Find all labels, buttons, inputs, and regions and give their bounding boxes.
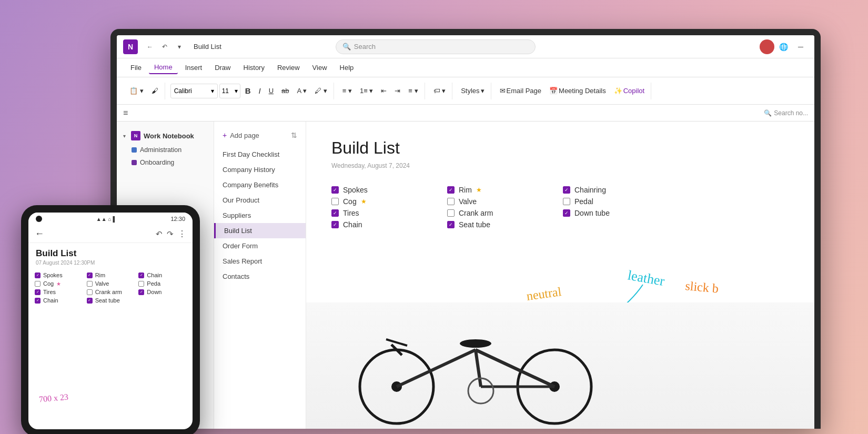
page-sales-report[interactable]: Sales Report: [214, 254, 306, 269]
page-suppliers[interactable]: Suppliers: [214, 208, 306, 223]
mobile-checkbox-rim[interactable]: ✓: [87, 272, 93, 278]
strikethrough-button[interactable]: ab: [278, 83, 292, 99]
sort-pages-icon[interactable]: ⇅: [291, 131, 297, 139]
mobile-more-button[interactable]: ⋮: [178, 229, 186, 239]
mobile-back-button[interactable]: ←: [35, 228, 44, 239]
page-build-list[interactable]: Build List: [214, 223, 306, 238]
down-tube: [476, 350, 554, 387]
paragraph-group: ≡ ▾ 1≡ ▾ ⇤ ⇥ ≡ ▾: [336, 83, 425, 99]
pages-panel: + Add page ⇅ First Day Checklist Company…: [214, 122, 306, 429]
globe-button[interactable]: 🌐: [776, 41, 791, 53]
meeting-details-button[interactable]: 📅 Meeting Details: [546, 83, 609, 99]
nav-toggle-button[interactable]: ≡: [123, 108, 128, 118]
checkbox-chain[interactable]: ✓: [331, 221, 339, 228]
mobile-col3: ✓ Chain Peda ✓ Down: [138, 271, 186, 305]
italic-button[interactable]: I: [255, 83, 264, 99]
clipboard-button[interactable]: 📋 ▾: [126, 83, 147, 99]
onboard-section-dot: [132, 160, 137, 165]
dropdown-button[interactable]: ▾: [174, 41, 185, 53]
mobile-label-crankarm: Crank arm: [95, 289, 122, 295]
item-pedal: Pedal: [563, 196, 668, 207]
format-painter-button[interactable]: 🖌: [148, 83, 162, 99]
mobile-label-chain: Chain: [43, 297, 58, 304]
mobile-checkbox-spokes[interactable]: ✓: [35, 272, 41, 278]
label-pedal: Pedal: [574, 197, 593, 206]
menu-history[interactable]: History: [238, 62, 270, 74]
highlight-button[interactable]: 🖊 ▾: [311, 83, 330, 99]
mobile-checkbox-cog[interactable]: [35, 281, 41, 287]
notebook-chevron: ▾: [123, 133, 126, 139]
font-color-button[interactable]: A ▾: [294, 83, 310, 99]
notebook-item[interactable]: ▾ N Work Notebook: [117, 128, 214, 144]
bold-button[interactable]: B: [242, 83, 254, 99]
numbering-button[interactable]: 1≡ ▾: [357, 83, 376, 99]
menu-home[interactable]: Home: [149, 61, 178, 74]
checkbox-rim[interactable]: ✓: [447, 186, 455, 194]
add-page-button[interactable]: + Add page ⇅: [214, 128, 306, 143]
font-family-selector[interactable]: Calibri ▾: [170, 84, 218, 98]
mobile-checkbox-crankarm[interactable]: [87, 289, 93, 295]
menu-view[interactable]: View: [307, 62, 332, 74]
section-onboarding[interactable]: Onboarding: [117, 156, 214, 169]
item-spokes: ✓ Spokes: [331, 184, 437, 196]
section-administration[interactable]: Administration: [117, 144, 214, 156]
mobile-checkbox-valve[interactable]: [87, 281, 93, 287]
mobile-checkbox-downtube[interactable]: ✓: [138, 289, 144, 295]
copilot-label: Copilot: [623, 87, 644, 95]
checkbox-valve[interactable]: [447, 198, 455, 205]
mobile-undo-button[interactable]: ↶: [156, 229, 163, 239]
font-size-selector[interactable]: 11 ▾: [219, 84, 240, 98]
mobile-signal-icon: ▲▲: [96, 216, 107, 222]
menu-file[interactable]: File: [125, 62, 147, 74]
menu-review[interactable]: Review: [272, 62, 305, 74]
menu-help[interactable]: Help: [335, 62, 359, 74]
page-company-history[interactable]: Company History: [214, 162, 306, 177]
page-first-day-checklist[interactable]: First Day Checklist: [214, 147, 306, 162]
styles-button[interactable]: Styles ▾: [458, 83, 487, 99]
email-page-button[interactable]: ✉ Email Page: [497, 83, 544, 99]
mobile-redo-button[interactable]: ↷: [167, 229, 174, 239]
page-our-product[interactable]: Our Product: [214, 193, 306, 208]
mobile-checkbox-tires[interactable]: ✓: [35, 289, 41, 295]
mobile-label-spokes: Spokes: [43, 272, 63, 278]
bullets-button[interactable]: ≡ ▾: [339, 83, 355, 99]
back-button[interactable]: ←: [144, 41, 156, 53]
checkbox-tires[interactable]: ✓: [331, 209, 339, 217]
page-contacts[interactable]: Contacts: [214, 269, 306, 284]
undo-button[interactable]: ↶: [159, 41, 170, 53]
underline-button[interactable]: U: [266, 83, 277, 99]
copilot-button[interactable]: ✨ Copilot: [611, 83, 648, 99]
mobile-checkbox-chain[interactable]: ✓: [35, 298, 41, 304]
checkbox-downtube[interactable]: ✓: [563, 209, 570, 217]
checkbox-seattube[interactable]: ✓: [447, 221, 455, 228]
mobile-checkbox-pedal[interactable]: [138, 281, 144, 287]
styles-label: Styles: [461, 87, 479, 95]
main-content: ▾ N Work Notebook Administration Onboard…: [117, 122, 814, 429]
meeting-details-label: Meeting Details: [559, 87, 606, 95]
checkbox-chainring[interactable]: ✓: [563, 186, 570, 194]
mobile-battery-icon: ▌: [113, 216, 117, 222]
menu-draw[interactable]: Draw: [209, 62, 236, 74]
page-company-benefits[interactable]: Company Benefits: [214, 177, 306, 193]
search-notes[interactable]: 🔍 Search no...: [764, 109, 808, 117]
checkbox-cog[interactable]: [331, 198, 339, 205]
decrease-indent-button[interactable]: ⇤: [378, 83, 390, 99]
mobile-col2: ✓ Rim Valve Crank arm ✓ Seat tube: [87, 271, 135, 305]
tags-button[interactable]: 🏷 ▾: [430, 83, 449, 99]
mobile-checkbox-chainring[interactable]: ✓: [138, 272, 144, 278]
item-rim: ✓ Rim ★: [447, 184, 552, 196]
mobile-toolbar-actions: ↶ ↷ ⋮: [156, 229, 186, 239]
checkbox-crankarm[interactable]: [447, 209, 455, 217]
minimize-button[interactable]: ─: [793, 41, 808, 53]
alignment-button[interactable]: ≡ ▾: [405, 83, 421, 99]
note-date: Wednesday, August 7, 2024: [331, 162, 789, 169]
checklist: ✓ Spokes Cog ★ ✓ Tires: [331, 184, 789, 230]
user-avatar[interactable]: [760, 39, 774, 54]
increase-indent-button[interactable]: ⇥: [391, 83, 403, 99]
mobile-checkbox-seattube[interactable]: ✓: [87, 298, 93, 304]
checkbox-pedal[interactable]: [563, 198, 570, 205]
page-order-form[interactable]: Order Form: [214, 238, 306, 254]
checkbox-spokes[interactable]: ✓: [331, 186, 339, 194]
menu-insert[interactable]: Insert: [180, 62, 208, 74]
search-bar[interactable]: 🔍 Search: [336, 39, 536, 54]
